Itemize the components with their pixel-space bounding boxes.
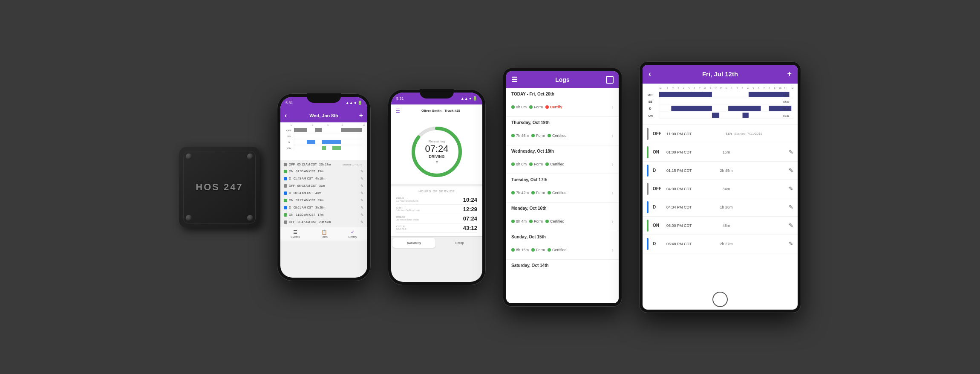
detail-add-button[interactable]: + (787, 70, 792, 78)
logs-item-mon[interactable]: 8h 4m Form Certified › (506, 212, 619, 231)
logs-menu-icon[interactable]: ☰ (511, 75, 517, 84)
phone2-frame: 5:31 ▲▲ ● 🔋 ☰ Oliver Smith - Truck #25 R… (388, 89, 486, 285)
logs-badge-certified-thu: Certified (548, 133, 567, 138)
log-dot-1 (284, 170, 287, 173)
circle-container[interactable]: Remaining 07:24 DRIVING ▾ (409, 124, 464, 180)
badge-dot-time-tue (511, 191, 515, 194)
badge-certified-label-wed: Certified (550, 162, 565, 166)
detail-bar-0 (647, 128, 649, 140)
log-time-8: OFF 11:47 AM CST 20h 57m (289, 220, 359, 223)
phone1-back[interactable]: ‹ (285, 112, 287, 119)
phone1-chart-area: M 6 N 6 M OFF SB D ON (280, 122, 367, 161)
log-time-4: D 06:34 AM CST 48m (289, 191, 359, 194)
logs-arrow-wed: › (611, 161, 614, 168)
svg-rect-9 (315, 128, 322, 132)
detail-edit-2[interactable]: ✎ (789, 167, 793, 174)
screw-tl (186, 154, 192, 159)
hos-drive-sublabel: 11-Hour Driving Limit (396, 200, 418, 202)
svg-text:02.00: 02.00 (783, 101, 789, 103)
logs-item-sun[interactable]: 8h 15m Form Certified › (506, 241, 619, 260)
detail-home-button[interactable] (712, 292, 728, 307)
circle-mode-label: DRIVING (425, 154, 448, 159)
log-edit-7[interactable]: ✎ (360, 213, 364, 217)
tab-recap[interactable]: Recap (438, 238, 481, 248)
detail-edit-3[interactable]: ✎ (789, 186, 793, 192)
phone2-screen: 5:31 ▲▲ ● 🔋 ☰ Oliver Smith - Truck #25 R… (391, 93, 482, 282)
svg-rect-14 (332, 146, 341, 150)
logs-item-today[interactable]: 0h 0m Form Certify › (506, 98, 619, 117)
detail-edit-1[interactable]: ✎ (789, 149, 793, 155)
badge-form-label-sun: Form (536, 248, 545, 252)
tab-availability[interactable]: Availability (392, 238, 435, 248)
logs-item-tue[interactable]: 7h 42m Form Certified › (506, 184, 619, 203)
log-edit-1[interactable]: ✎ (360, 169, 364, 174)
log-entry-3: OFF 06:03 AM CST 31m ✎ (280, 183, 367, 190)
detail-time-2: 01:15 PM CDT (666, 168, 720, 173)
phone1-log-entries: OFF 05:13 AM CST 23h 17m Started: 1/7/20… (280, 161, 367, 227)
logs-badge-form-thu: Form (531, 133, 545, 138)
circle-text: Remaining 07:24 DRIVING ▾ (425, 139, 448, 164)
nav-form-label: Form (320, 235, 327, 238)
log-edit-8[interactable]: ✎ (360, 220, 364, 224)
nav-events[interactable]: ☰ Events (291, 229, 300, 238)
logs-tablet-screen: ☰ Logs TODAY - Fri, Oct 20th 0h 0m Form (506, 71, 619, 303)
log-edit-6[interactable]: ✎ (360, 206, 364, 210)
detail-entry-1: ON 01:00 PM CDT 15m ✎ (643, 143, 798, 162)
badge-dot-time-sun (511, 248, 515, 252)
log-edit-2[interactable]: ✎ (360, 177, 364, 181)
driving-bottom-tabs: Availability Recap (391, 236, 482, 249)
svg-text:D: D (649, 107, 651, 110)
svg-text:13.57: 13.57 (783, 93, 789, 96)
detail-time-6: 06:48 PM CDT (666, 242, 720, 246)
phone1-add[interactable]: + (359, 112, 363, 119)
detail-time-0: 11:00 PM CDT (666, 132, 725, 136)
detail-back-arrow[interactable]: ‹ (649, 70, 651, 78)
badge-dot-form-wed (529, 162, 533, 166)
hos-shift-value: 12:29 (463, 206, 477, 212)
detail-edit-4[interactable]: ✎ (789, 204, 793, 210)
log-time-5: ON 07:22 AM CST 39m (289, 199, 359, 202)
svg-rect-8 (294, 128, 307, 132)
log-edit-4[interactable]: ✎ (360, 191, 364, 195)
logs-edit-icon[interactable] (606, 76, 614, 84)
main-scene: HOS 247 5:31 ▲▲ ● 🔋 ‹ Wed, Jan 8th + M 6… (162, 44, 818, 330)
log-entry-7: ON 11:30 AM CST 17m ✎ (280, 212, 367, 219)
badge-time-value-tue: 7h 42m (516, 191, 529, 195)
logs-badge-time-mon: 8h 4m (511, 219, 527, 223)
logs-item-thu[interactable]: 7h 46m Form Certified › (506, 127, 619, 145)
log-edit-5[interactable]: ✎ (360, 198, 364, 203)
phone1-bottom-nav: ☰ Events 📋 Form ✓ Certify (280, 227, 367, 241)
logs-item-wed[interactable]: 8h 6m Form Certified › (506, 155, 619, 174)
logs-badge-form-wed: Form (529, 162, 543, 166)
log-entry-0: OFF 05:13 AM CST 23h 17m Started: 1/7/20… (280, 162, 367, 168)
badge-dot-time-mon (511, 220, 515, 223)
log-entry-5: ON 07:22 AM CST 39m ✎ (280, 197, 367, 204)
svg-rect-29 (728, 105, 761, 110)
log-dot-6 (284, 206, 287, 209)
log-entry-8: OFF 11:47 AM CST 20h 57m ✎ (280, 219, 367, 226)
svg-rect-11 (307, 140, 315, 144)
detail-dur-5: 48m (723, 223, 730, 228)
nav-form[interactable]: 📋 Form (320, 229, 327, 238)
badge-dot-form-sun (531, 248, 535, 252)
hos-break-sublabel: 30 Minute Rest Break (396, 218, 419, 221)
detail-dur-2: 2h 45m (720, 168, 732, 173)
detail-bar-4 (647, 201, 649, 213)
badge-dot-form-thu (531, 134, 535, 137)
detail-type-1: ON (653, 150, 666, 154)
hos-drive-value: 10:24 (463, 197, 477, 203)
detail-type-2: D (653, 168, 666, 173)
hamburger-icon[interactable]: ☰ (395, 108, 400, 114)
detail-time-4: 04:34 PM CDT (666, 205, 720, 209)
log-time-2: D 01:45 AM CST 4h 18m (289, 177, 359, 180)
logs-badges-mon: 8h 4m Form Certified (511, 219, 611, 223)
detail-edit-5[interactable]: ✎ (789, 222, 793, 229)
detail-edit-6[interactable]: ✎ (789, 241, 793, 247)
nav-certify[interactable]: ✓ Certify (348, 229, 357, 238)
log-dot-2 (284, 177, 287, 180)
badge-form-label-tue: Form (536, 191, 545, 195)
logs-badges-today: 0h 0m Form Certify (511, 105, 611, 109)
detail-chart-area: M 1 2 3 4 5 6 7 8 9 10 11 N 1 2 3 4 (643, 84, 798, 125)
log-edit-3[interactable]: ✎ (360, 184, 364, 188)
svg-rect-13 (322, 146, 326, 150)
